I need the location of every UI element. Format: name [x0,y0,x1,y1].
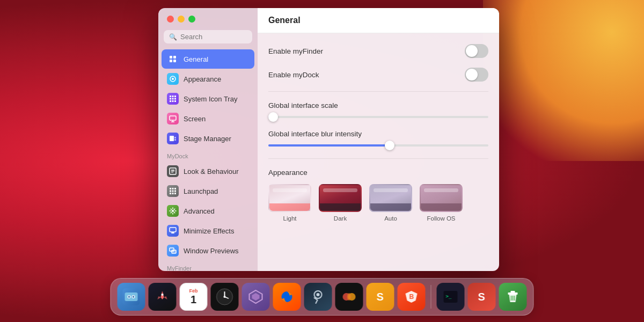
search-input[interactable] [180,33,247,41]
svg-rect-30 [174,191,176,192]
svg-text:S: S [377,291,384,303]
thumb-bar-followos [424,188,458,192]
svg-rect-10 [172,98,174,100]
svg-rect-28 [170,191,171,192]
svg-rect-35 [170,228,176,232]
sidebar-item-launchpad[interactable]: Launchpad [162,181,254,201]
global-blur-thumb[interactable] [385,141,394,150]
global-blur-track[interactable] [268,144,488,147]
sidebar-item-look-behaviour[interactable]: Look & Behaviour [162,162,254,181]
dock-item-brave[interactable]: B [398,283,426,311]
sidebar-item-stage-manager[interactable]: Stage Manager [162,129,254,148]
sidebar-item-minimize-effects[interactable]: Minimize Effects [162,221,254,240]
svg-point-63 [347,293,352,301]
maximize-button[interactable] [188,16,195,23]
sidebar-item-appearance-label: Appearance [184,75,221,83]
dock-item-calendar[interactable]: Feb 1 [180,283,208,311]
sidebar-item-system-icon-tray[interactable]: System Icon Tray [162,89,254,108]
content-header: General [258,8,499,33]
general-icon [167,53,179,65]
global-scale-track[interactable] [268,116,488,118]
thumb-bar-auto [374,188,408,192]
svg-rect-45 [125,292,138,301]
appearance-option-dark[interactable]: Dark [319,184,362,222]
appearance-name-followos: Follow OS [427,215,455,222]
sidebar-item-minimize-effects-label: Minimize Effects [184,227,234,235]
dock-item-trash[interactable] [499,283,527,311]
dock-item-finder[interactable] [118,283,145,311]
sidebar-item-appearance[interactable]: Appearance [162,69,254,89]
svg-rect-6 [170,96,171,97]
dock-item-clock[interactable] [211,283,239,311]
sidebar: 🔍 General [158,8,258,271]
enable-myfinder-toggle[interactable] [465,44,488,58]
global-blur-fill [268,144,390,147]
dock-separator [431,285,431,309]
dock-item-crystal[interactable] [242,283,270,311]
minimize-effects-icon [167,225,179,237]
svg-rect-20 [174,139,176,141]
window-previews-icon [167,245,179,257]
stage-manager-icon [167,133,179,144]
svg-rect-9 [170,98,171,100]
svg-point-60 [317,293,320,296]
global-blur-section: Global interface blur intensity [268,130,488,147]
appearance-name-light: Light [283,215,297,222]
svg-rect-0 [170,56,172,58]
appearance-section-label: Appearance [268,169,488,177]
svg-point-34 [172,210,174,212]
divider-1 [268,91,488,92]
sidebar-item-window-previews-label: Window Previews [184,247,239,255]
global-blur-label: Global interface blur intensity [268,130,488,138]
sidebar-item-screen[interactable]: Screen [162,109,254,128]
close-button[interactable] [167,16,174,23]
sidebar-item-advanced[interactable]: Advanced [162,201,254,221]
svg-rect-14 [174,100,176,102]
svg-marker-56 [252,293,260,301]
minimize-button[interactable] [178,16,185,23]
dock-item-rocket[interactable] [149,283,177,311]
dock-item-firefox[interactable] [273,283,301,311]
svg-rect-71 [511,291,515,293]
global-scale-section: Global interface scale [268,101,488,118]
dock-item-steam[interactable] [304,283,332,311]
svg-point-48 [128,296,130,298]
sidebar-item-window-previews[interactable]: Window Previews [162,241,254,260]
appearance-option-auto[interactable]: Auto [369,184,412,222]
titlebar [158,8,258,28]
settings-window: 🔍 General [158,8,499,271]
svg-point-5 [172,78,174,80]
sidebar-item-look-behaviour-label: Look & Behaviour [184,167,239,175]
sidebar-item-stage-manager-label: Stage Manager [184,135,231,143]
appearance-option-followos[interactable]: Follow OS [420,184,463,222]
appearance-option-light[interactable]: Light [268,184,311,222]
svg-rect-31 [170,193,171,194]
svg-text:>_: >_ [446,294,452,299]
sidebar-item-general-label: General [184,55,208,63]
dock-item-terminal[interactable]: >_ [437,283,465,311]
sidebar-item-advanced-label: Advanced [184,207,215,215]
svg-rect-13 [172,100,174,102]
content-title: General [268,16,301,25]
svg-rect-15 [170,116,176,120]
svg-text:S: S [478,291,485,303]
svg-point-50 [162,294,164,296]
global-scale-thumb[interactable] [268,112,278,122]
svg-text:B: B [409,293,414,301]
screen-icon [167,113,179,125]
svg-rect-3 [173,60,176,62]
enable-mydock-toggle[interactable] [465,68,488,82]
search-icon: 🔍 [169,33,177,41]
svg-rect-19 [174,137,176,138]
dock-item-resolve[interactable] [335,283,363,311]
dock-item-slides[interactable]: S [367,283,394,311]
svg-rect-18 [170,136,174,141]
sidebar-item-general[interactable]: General [162,49,254,69]
dock-item-slides2[interactable]: S [468,283,496,311]
svg-rect-8 [174,96,176,97]
search-box[interactable]: 🔍 [164,30,252,43]
svg-point-58 [284,294,290,299]
advanced-icon [167,205,179,217]
appearance-name-dark: Dark [334,215,347,222]
svg-point-49 [133,296,134,298]
